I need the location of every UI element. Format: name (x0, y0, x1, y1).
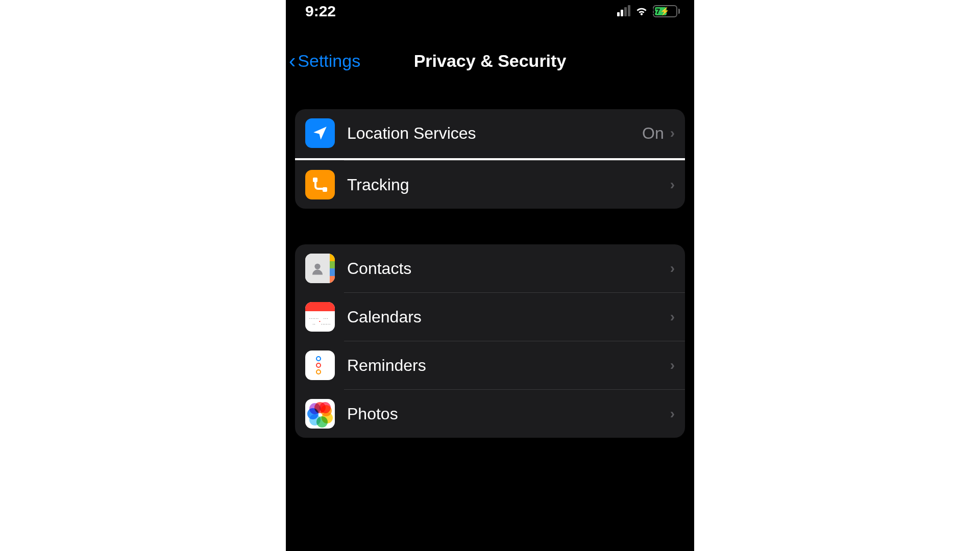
contacts-icon (305, 254, 335, 283)
cellular-signal-icon (617, 6, 630, 16)
reminders-row[interactable]: Reminders › (295, 341, 685, 389)
back-button-label: Settings (298, 51, 360, 71)
svg-rect-1 (323, 187, 327, 192)
location-arrow-icon (305, 118, 335, 148)
chevron-right-icon: › (670, 357, 675, 373)
page-title: Privacy & Security (414, 51, 567, 71)
phone-screen: 9:22 57⚡ ‹ Sett (286, 0, 694, 551)
row-label: Tracking (347, 176, 670, 194)
row-label: Photos (347, 405, 670, 423)
photos-row[interactable]: Photos › (295, 390, 685, 438)
chevron-right-icon: › (670, 177, 675, 193)
tracking-row[interactable]: Tracking › (295, 161, 685, 209)
row-value: On (642, 124, 664, 143)
wifi-icon (634, 3, 649, 19)
chevron-left-icon: ‹ (289, 51, 296, 71)
status-indicators: 57⚡ (617, 3, 680, 19)
highlight-annotation: Location Services On › (295, 109, 685, 160)
photos-icon (305, 399, 335, 429)
chevron-right-icon: › (670, 125, 675, 141)
settings-group-apps: Contacts › ∙∙∙∙∙∙∙∙•∙∙∙∙∙∙∙∙∙ Calendars … (295, 244, 685, 438)
calendars-row[interactable]: ∙∙∙∙∙∙∙∙•∙∙∙∙∙∙∙∙∙ Calendars › (295, 293, 685, 341)
settings-group-privacy: Location Services On › Tracking › (295, 109, 685, 209)
row-label: Location Services (347, 124, 642, 143)
svg-point-2 (314, 264, 320, 269)
status-bar: 9:22 57⚡ (286, 0, 694, 22)
tracking-icon (305, 170, 335, 199)
row-label: Contacts (347, 259, 670, 278)
navigation-bar: ‹ Settings Privacy & Security (286, 43, 694, 79)
reminders-icon (305, 350, 335, 380)
location-services-row[interactable]: Location Services On › (295, 109, 685, 157)
calendar-icon: ∙∙∙∙∙∙∙∙•∙∙∙∙∙∙∙∙∙ (305, 302, 335, 332)
row-label: Calendars (347, 308, 670, 327)
chevron-right-icon: › (670, 309, 675, 325)
status-time: 9:22 (305, 3, 336, 20)
contacts-row[interactable]: Contacts › (295, 244, 685, 292)
settings-content: Location Services On › Tracking › (286, 109, 694, 438)
row-label: Reminders (347, 356, 670, 375)
chevron-right-icon: › (670, 406, 675, 422)
battery-indicator: 57⚡ (653, 5, 680, 17)
chevron-right-icon: › (670, 260, 675, 277)
back-button[interactable]: ‹ Settings (289, 51, 360, 71)
